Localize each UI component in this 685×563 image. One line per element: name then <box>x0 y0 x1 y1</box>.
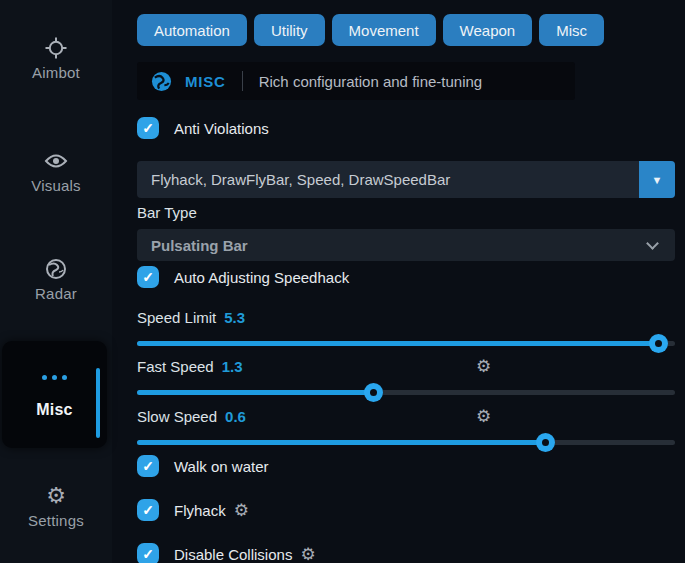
slider-fill <box>137 390 374 395</box>
checkbox-label: Anti Violations <box>174 120 269 137</box>
sidebar-item-label: Settings <box>0 512 112 529</box>
bar-type-select[interactable]: Pulsating Bar <box>137 229 675 261</box>
gear-icon[interactable]: ⚙ <box>234 502 249 519</box>
checkbox-label: Auto Adjusting Speedhack <box>174 269 349 286</box>
section-subtitle: Rich configuration and fine-tuning <box>259 73 482 90</box>
slider-label: Speed Limit <box>137 309 216 326</box>
flyhack-checkbox[interactable]: ✓ <box>137 499 159 521</box>
category-tabs: Automation Utility Movement Weapon Misc <box>137 14 675 46</box>
gear-icon[interactable]: ⚙ <box>476 408 491 425</box>
auto-adjusting-checkbox[interactable]: ✓ <box>137 266 159 288</box>
header-divider <box>242 71 243 91</box>
select-value: Pulsating Bar <box>151 237 248 254</box>
main-content: Automation Utility Movement Weapon Misc … <box>137 0 675 563</box>
bar-type-label: Bar Type <box>137 204 675 221</box>
sidebar-item-aimbot[interactable]: Aimbot <box>0 36 112 81</box>
flyhack-row: ✓ Flyhack ⚙ <box>137 499 675 521</box>
slow-speed-group: Slow Speed 0.6 ⚙ <box>137 406 675 445</box>
slider-handle[interactable] <box>536 433 555 452</box>
globe-icon <box>151 71 172 92</box>
gear-icon[interactable]: ⚙ <box>476 358 491 375</box>
check-icon: ✓ <box>142 120 154 136</box>
slider-label: Fast Speed <box>137 358 214 375</box>
check-icon: ✓ <box>142 458 154 474</box>
sidebar-item-label: Misc <box>2 401 107 419</box>
walk-on-water-checkbox[interactable]: ✓ <box>137 455 159 477</box>
gear-icon: ⚙ <box>0 484 112 508</box>
checkbox-label: Flyhack <box>174 502 226 519</box>
slider-value: 0.6 <box>225 408 246 425</box>
speed-limit-slider[interactable] <box>137 341 675 346</box>
section-title: MISC <box>185 73 226 90</box>
check-icon: ✓ <box>142 502 154 518</box>
tab-weapon[interactable]: Weapon <box>443 14 533 46</box>
gear-icon[interactable]: ⚙ <box>300 546 315 563</box>
ellipsis-icon <box>2 365 107 389</box>
feature-multiselect[interactable]: Flyhack, DrawFlyBar, Speed, DrawSpeedBar… <box>137 161 675 198</box>
tab-utility[interactable]: Utility <box>254 14 325 46</box>
active-indicator-bar <box>96 368 100 438</box>
check-icon: ✓ <box>142 546 154 562</box>
section-header: MISC Rich configuration and fine-tuning <box>137 62 575 100</box>
anti-violations-checkbox[interactable]: ✓ <box>137 117 159 139</box>
multiselect-dropdown-button[interactable]: ▼ <box>639 161 675 198</box>
dropdown-arrow-icon: ▼ <box>652 174 663 186</box>
slider-fill <box>137 341 659 346</box>
walk-on-water-row: ✓ Walk on water <box>137 455 675 477</box>
sidebar-item-misc-active[interactable]: Misc <box>2 341 107 448</box>
sidebar-item-label: Visuals <box>0 177 112 194</box>
chevron-down-icon <box>646 237 659 250</box>
slider-fill <box>137 440 546 445</box>
sidebar-item-visuals[interactable]: Visuals <box>0 149 112 194</box>
slider-handle[interactable] <box>364 383 383 402</box>
tab-automation[interactable]: Automation <box>137 14 247 46</box>
check-icon: ✓ <box>142 269 154 285</box>
sidebar-item-label: Radar <box>0 285 112 302</box>
slider-handle[interactable] <box>649 334 668 353</box>
crosshair-icon <box>0 36 112 60</box>
multiselect-value: Flyhack, DrawFlyBar, Speed, DrawSpeedBar <box>151 171 450 188</box>
sidebar-item-label: Aimbot <box>0 64 112 81</box>
cheat-menu-window: Aimbot Visuals Radar <box>0 0 685 563</box>
tab-misc[interactable]: Misc <box>539 14 604 46</box>
slider-value: 5.3 <box>224 309 245 326</box>
fast-speed-group: Fast Speed 1.3 ⚙ <box>137 356 675 395</box>
sidebar: Aimbot Visuals Radar <box>0 0 112 563</box>
globe-icon <box>0 257 112 281</box>
slider-label: Slow Speed <box>137 408 217 425</box>
disable-collisions-checkbox[interactable]: ✓ <box>137 543 159 563</box>
eye-icon <box>0 149 112 173</box>
sidebar-item-radar[interactable]: Radar <box>0 257 112 302</box>
slider-value: 1.3 <box>222 358 243 375</box>
fast-speed-slider[interactable] <box>137 390 675 395</box>
tab-movement[interactable]: Movement <box>332 14 436 46</box>
slow-speed-slider[interactable] <box>137 440 675 445</box>
sidebar-item-settings[interactable]: ⚙ Settings <box>0 484 112 529</box>
anti-violations-row: ✓ Anti Violations <box>137 117 675 139</box>
checkbox-label: Walk on water <box>174 458 268 475</box>
checkbox-label: Disable Collisions <box>174 546 292 563</box>
disable-collisions-row: ✓ Disable Collisions ⚙ <box>137 543 675 563</box>
auto-adjusting-row: ✓ Auto Adjusting Speedhack <box>137 266 675 288</box>
speed-limit-group: Speed Limit 5.3 <box>137 307 675 346</box>
